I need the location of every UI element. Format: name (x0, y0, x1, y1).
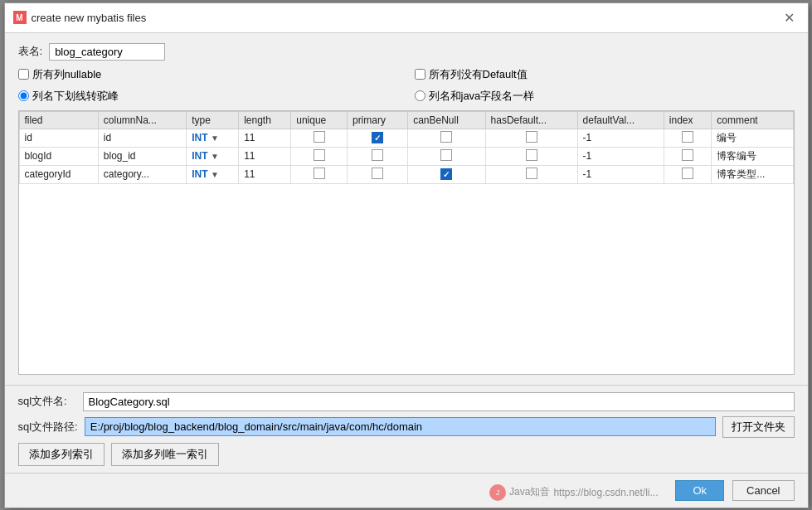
type-dropdown-arrow[interactable]: ▼ (211, 152, 219, 161)
bottom-form: sql文件名: sql文件路径: 打开文件夹 添加多列索引 添加多列唯一索引 (5, 385, 808, 473)
close-button[interactable]: ✕ (779, 8, 800, 27)
type-cell[interactable]: INT ▼ (187, 165, 239, 183)
default-val-cell: -1 (577, 129, 664, 147)
no-default-label-text: 所有列没有Default值 (429, 67, 528, 82)
no-default-checkbox[interactable] (415, 69, 425, 80)
java-name-radio[interactable] (415, 90, 425, 101)
sql-filename-input[interactable] (83, 392, 795, 411)
watermark: J Java知音 https://blog.csdn.net/li... (489, 484, 658, 501)
comment-cell: 编号 (712, 129, 793, 147)
has-default-checkbox[interactable] (526, 149, 537, 161)
tablename-row: 表名: (18, 43, 795, 61)
has-default[interactable] (485, 165, 577, 183)
header-comment: comment (712, 111, 793, 129)
unique-checkbox[interactable] (314, 131, 325, 143)
index[interactable] (664, 129, 712, 147)
length-cell: 11 (239, 165, 291, 183)
no-default-option: 所有列没有Default值 (415, 67, 795, 82)
unique[interactable] (291, 147, 348, 165)
filed-cell: blogId (19, 147, 98, 165)
title-bar-left: M create new mybatis files (13, 11, 147, 24)
add-multi-index-button[interactable]: 添加多列索引 (18, 443, 105, 466)
header-unique: unique (291, 111, 348, 129)
unique[interactable] (291, 129, 348, 147)
unique-checkbox[interactable] (314, 168, 325, 179)
no-default-checkbox-label[interactable]: 所有列没有Default值 (415, 67, 528, 82)
primary-checkbox[interactable] (372, 168, 383, 179)
options-row2: 列名下划线转驼峰 列名和java字段名一样 (18, 89, 795, 104)
java-name-label-text: 列名和java字段名一样 (429, 89, 535, 104)
sql-filepath-row: sql文件路径: 打开文件夹 (18, 416, 795, 438)
primary-checkbox[interactable] (372, 149, 383, 161)
tablename-input[interactable] (49, 43, 165, 61)
add-multi-unique-button[interactable]: 添加多列唯一索引 (111, 443, 219, 466)
can-be-null[interactable] (408, 147, 485, 165)
primary[interactable] (347, 129, 407, 147)
main-dialog: M create new mybatis files ✕ 表名: 所有列null… (4, 2, 809, 508)
unique[interactable] (291, 165, 348, 183)
index-checkbox[interactable] (682, 131, 693, 143)
underscore-radio[interactable] (18, 90, 29, 101)
underscore-option: 列名下划线转驼峰 (18, 89, 398, 104)
header-index: index (664, 111, 712, 129)
cancel-button[interactable]: Cancel (732, 480, 794, 501)
header-primary: primary (347, 111, 407, 129)
type-value: INT (192, 132, 207, 143)
can-be-null-checkbox[interactable] (440, 131, 452, 143)
can-be-null-checkbox[interactable] (440, 149, 452, 161)
has-default[interactable] (485, 147, 577, 165)
watermark-url: https://blog.csdn.net/li... (553, 487, 658, 498)
can-be-null[interactable] (408, 165, 485, 183)
ok-button[interactable]: Ok (675, 480, 724, 501)
dialog-title: create new mybatis files (32, 12, 147, 24)
primary[interactable] (347, 147, 407, 165)
index[interactable] (664, 147, 712, 165)
tablename-label: 表名: (18, 44, 43, 59)
header-defaultval: defaultVal... (577, 111, 664, 129)
default-val-cell: -1 (577, 147, 664, 165)
underscore-label-text: 列名下划线转驼峰 (32, 89, 119, 104)
type-cell[interactable]: INT ▼ (187, 147, 239, 165)
type-dropdown-arrow[interactable]: ▼ (211, 170, 219, 179)
type-value: INT (192, 168, 207, 180)
table-header-row: filed columnNa... type length unique pri… (19, 111, 793, 129)
title-bar: M create new mybatis files ✕ (5, 3, 808, 33)
open-folder-button[interactable]: 打开文件夹 (722, 416, 795, 438)
has-default-checkbox[interactable] (526, 168, 537, 179)
primary-checkbox[interactable] (372, 132, 383, 143)
type-dropdown-arrow[interactable]: ▼ (211, 134, 219, 143)
options-row1: 所有列nullable 所有列没有Default值 (18, 67, 795, 82)
header-canbenull: canBeNull (408, 111, 485, 129)
unique-checkbox[interactable] (314, 149, 325, 161)
dialog-body: 表名: 所有列nullable 所有列没有Default值 列 (5, 33, 808, 385)
index-checkbox[interactable] (682, 168, 693, 179)
can-be-null-checkbox[interactable] (440, 168, 452, 180)
has-default-checkbox[interactable] (526, 131, 537, 143)
header-hasdefault: hasDefault... (485, 111, 577, 129)
nullable-checkbox[interactable] (18, 69, 29, 80)
nullable-option: 所有列nullable (18, 67, 398, 82)
table-row: categoryIdcategory...INT ▼11-1博客类型... (19, 165, 793, 183)
filed-cell: categoryId (19, 165, 98, 183)
app-icon: M (13, 11, 27, 24)
length-cell: 11 (239, 147, 291, 165)
has-default[interactable] (485, 129, 577, 147)
sql-filename-row: sql文件名: (18, 392, 795, 411)
sql-filepath-input[interactable] (85, 417, 716, 436)
type-value: INT (192, 150, 207, 162)
header-type: type (187, 111, 239, 129)
column-name-cell: category... (98, 165, 186, 183)
columns-table-container: filed columnNa... type length unique pri… (18, 110, 795, 375)
filed-cell: id (19, 129, 98, 147)
footer: J Java知音 https://blog.csdn.net/li... Ok … (5, 473, 808, 508)
index-checkbox[interactable] (682, 149, 693, 161)
nullable-checkbox-label[interactable]: 所有列nullable (18, 67, 102, 82)
index[interactable] (664, 165, 712, 183)
sql-filename-label: sql文件名: (18, 394, 76, 409)
can-be-null[interactable] (408, 129, 485, 147)
header-filed: filed (19, 111, 98, 129)
comment-cell: 博客编号 (712, 147, 793, 165)
primary[interactable] (347, 165, 407, 183)
type-cell[interactable]: INT ▼ (187, 129, 239, 147)
java-name-option: 列名和java字段名一样 (415, 89, 795, 104)
